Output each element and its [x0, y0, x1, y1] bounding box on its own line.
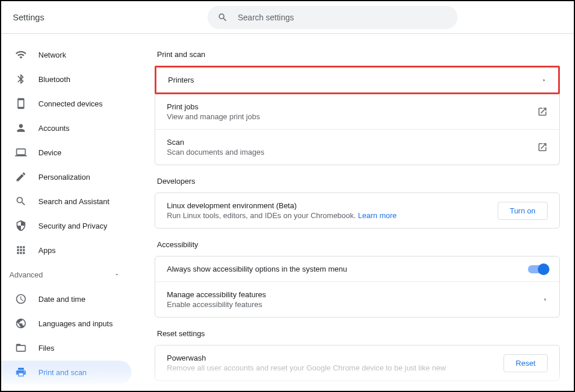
sidebar-item-label: Network [38, 51, 66, 59]
sidebar-item-label: Device [38, 148, 62, 157]
search-container[interactable] [208, 6, 458, 29]
external-link-icon [537, 142, 548, 152]
sidebar-item-print-scan[interactable]: Print and scan [1, 361, 131, 384]
row-title: Scan [167, 138, 537, 147]
phone-icon [15, 98, 27, 109]
sidebar-item-search-assistant[interactable]: Search and Assistant [1, 190, 131, 213]
manage-a11y-row[interactable]: Manage accessibility features Enable acc… [155, 282, 559, 317]
page-title: Settings [13, 12, 208, 22]
sidebar: Network Bluetooth Connected devices Acco… [1, 34, 136, 391]
row-subtitle: Remove all user accounts and reset your … [167, 364, 503, 372]
sidebar-item-bluetooth[interactable]: Bluetooth [1, 67, 131, 91]
header: Settings [1, 1, 574, 34]
laptop-icon [15, 147, 27, 158]
sidebar-item-date-time[interactable]: Date and time [1, 287, 131, 311]
shield-icon [15, 220, 27, 231]
row-title: Print jobs [167, 102, 537, 111]
row-subtitle: Enable accessibility features [167, 300, 543, 309]
sidebar-item-label: Search and Assistant [38, 197, 109, 206]
chevron-up-icon [114, 270, 120, 279]
always-show-a11y-toggle[interactable] [528, 265, 548, 273]
sidebar-item-apps[interactable]: Apps [1, 238, 131, 262]
sidebar-advanced-toggle[interactable]: Advanced [1, 263, 131, 286]
folder-icon [15, 342, 27, 354]
sidebar-item-label: Print and scan [38, 368, 87, 377]
row-subtitle: Run Linux tools, editors, and IDEs on yo… [167, 211, 498, 220]
bluetooth-icon [15, 73, 27, 85]
edit-icon [15, 171, 27, 183]
row-subtitle: Scan documents and images [167, 148, 537, 156]
apps-icon [15, 244, 27, 256]
linux-row: Linux development environment (Beta) Run… [155, 193, 559, 228]
row-title: Manage accessibility features [167, 290, 543, 299]
row-subtitle: View and manage print jobs [167, 112, 537, 121]
wifi-icon [15, 49, 27, 60]
clock-icon [15, 293, 27, 305]
section-title-print-scan: Print and scan [157, 50, 560, 59]
sidebar-item-label: Languages and inputs [38, 319, 113, 328]
sidebar-item-files[interactable]: Files [1, 336, 131, 359]
sidebar-item-device[interactable]: Device [1, 141, 131, 164]
always-show-a11y-row[interactable]: Always show accessibility options in the… [155, 256, 559, 282]
sidebar-item-connected-devices[interactable]: Connected devices [1, 92, 131, 115]
powerwash-row: Powerwash Remove all user accounts and r… [155, 345, 559, 380]
printers-row[interactable]: Printers [155, 66, 560, 94]
section-title-accessibility: Accessibility [157, 240, 560, 249]
search-input[interactable] [238, 13, 448, 22]
row-title: Always show accessibility options in the… [167, 265, 528, 273]
sidebar-item-label: Security and Privacy [38, 222, 108, 230]
search-icon [217, 12, 228, 23]
sidebar-item-personalization[interactable]: Personalization [1, 165, 131, 188]
row-title: Linux development environment (Beta) [167, 201, 498, 210]
print-icon [15, 366, 27, 378]
scan-row[interactable]: Scan Scan documents and images [155, 130, 559, 165]
sidebar-advanced-label: Advanced [9, 270, 43, 279]
body: Network Bluetooth Connected devices Acco… [1, 34, 574, 391]
learn-more-link[interactable]: Learn more [358, 211, 397, 220]
person-icon [15, 122, 27, 134]
row-title: Printers [168, 76, 542, 84]
sidebar-item-network[interactable]: Network [1, 43, 131, 66]
section-title-reset: Reset settings [157, 329, 560, 338]
globe-icon [15, 318, 27, 329]
external-link-icon [537, 106, 548, 117]
sidebar-item-label: Personalization [38, 173, 90, 181]
sidebar-item-accounts[interactable]: Accounts [1, 116, 131, 140]
chevron-right-icon [543, 296, 548, 303]
chevron-right-icon [542, 77, 547, 84]
sidebar-item-label: Files [38, 344, 54, 352]
section-title-developers: Developers [157, 177, 560, 186]
sidebar-item-label: Date and time [38, 295, 85, 304]
sidebar-item-security[interactable]: Security and Privacy [1, 214, 131, 237]
sidebar-item-label: Accounts [38, 124, 69, 133]
sidebar-item-languages[interactable]: Languages and inputs [1, 312, 131, 335]
search-icon [15, 195, 27, 207]
sidebar-item-label: Apps [38, 246, 56, 255]
row-title: Powerwash [167, 354, 503, 362]
reset-button[interactable]: Reset [503, 354, 548, 372]
main-content: Print and scan Printers Print jobs View … [136, 34, 574, 391]
sidebar-item-label: Bluetooth [38, 75, 70, 84]
turn-on-button[interactable]: Turn on [498, 202, 548, 220]
print-jobs-row[interactable]: Print jobs View and manage print jobs [155, 94, 559, 130]
sidebar-item-label: Connected devices [38, 99, 103, 108]
